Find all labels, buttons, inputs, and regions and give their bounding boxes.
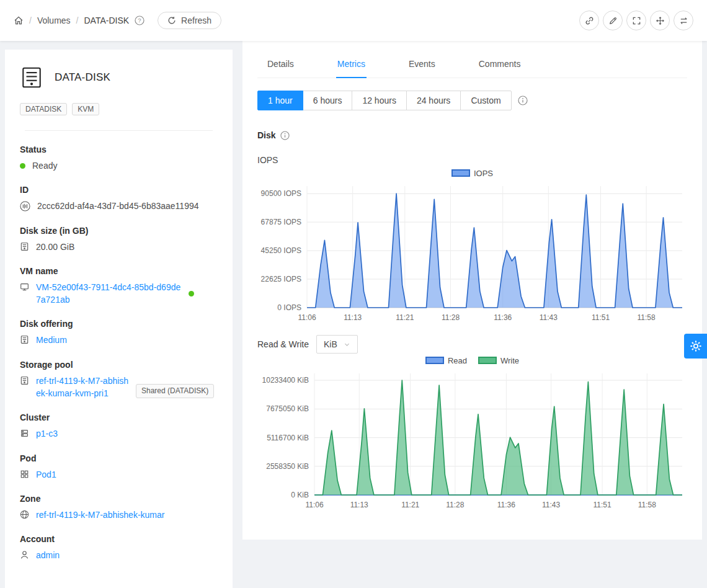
globe-icon [20,510,29,519]
copy-link-button[interactable] [579,11,599,30]
unit-select[interactable]: KiB [316,335,358,354]
svg-text:10233400 KiB: 10233400 KiB [262,376,309,385]
range-6-hours-button[interactable]: 6 hours [303,91,353,110]
settings-fab-button[interactable] [684,334,707,359]
pod-link[interactable]: Pod1 [36,468,56,481]
content-area: DATA-DISK DATADISK KVM Status Ready ID [0,41,707,588]
iops-chart-title: IOPS [257,155,687,165]
read-write-heading: Read & Write KiB [257,335,687,354]
vm-status-dot [189,291,194,296]
page-title: DATA-DISK [55,71,110,84]
field-disk-offering: Disk offering Medium [20,319,218,346]
pod-label: Pod [20,453,218,463]
disk-size-label: Disk size (in GB) [20,226,218,236]
svg-text:11:43: 11:43 [542,501,560,509]
cluster-icon [20,429,29,438]
svg-text:11:28: 11:28 [442,313,460,322]
read-write-area-chart: 0 KiB2558350 KiB5116700 KiB7675050 KiB10… [257,367,687,511]
svg-text:0 IOPS: 0 IOPS [277,303,301,312]
cluster-link[interactable]: p1-c3 [36,427,58,440]
cluster-label: Cluster [20,412,218,422]
svg-text:11:58: 11:58 [638,501,656,509]
chevron-down-icon [344,341,350,348]
storage-pool-label: Storage pool [20,360,218,370]
time-range-row: 1 hour 6 hours 12 hours 24 hours Custom [257,91,687,110]
id-label: ID [20,185,218,195]
refresh-button[interactable]: Refresh [158,12,221,29]
status-dot [20,163,25,169]
disk-icon [20,335,29,344]
breadcrumb-separator: / [76,16,79,25]
svg-text:?: ? [138,17,141,24]
edit-button[interactable] [603,11,623,30]
account-label: Account [20,534,218,544]
move-arrows-icon [656,16,665,25]
breadcrumb-separator: / [29,16,32,25]
legend-item: Read [425,356,467,365]
breadcrumb-volumes-link[interactable]: Volumes [37,16,71,25]
tag-kvm: KVM [72,103,99,115]
svg-text:11:21: 11:21 [396,313,414,322]
zone-link[interactable]: ref-trl-4119-k-M7-abhishek-kumar [36,509,164,521]
svg-text:90500 IOPS: 90500 IOPS [261,189,301,198]
tab-events[interactable]: Events [407,50,437,78]
move-button[interactable] [650,11,670,30]
swap-arrows-icon [679,16,688,25]
storage-pool-link[interactable]: ref-trl-4119-k-M7-abhishek-kumar-kvm-pri… [36,375,129,400]
tab-details[interactable]: Details [266,50,295,78]
info-icon[interactable] [518,96,528,105]
volume-icon [20,66,43,89]
vm-name-link[interactable]: VM-52e00f43-7911-4dc4-85bd-d69de7a721ab [36,281,182,306]
legend-item: IOPS [451,169,493,178]
range-custom-button[interactable]: Custom [460,91,511,110]
iops-area-chart: 0 IOPS22625 IOPS45250 IOPS67875 IOPS9050… [257,180,687,324]
breadcrumb: / Volumes / DATA-DISK ? Refresh [14,12,221,29]
field-status: Status Ready [20,145,218,172]
disk-icon [20,242,29,251]
account-link[interactable]: admin [36,549,60,561]
migrate-button[interactable] [674,11,693,30]
tab-comments[interactable]: Comments [478,50,522,78]
iops-chart-block: IOPS IOPS 0 IOPS22625 IOPS45250 IOPS6787… [257,155,687,324]
svg-text:11:36: 11:36 [494,313,512,322]
svg-text:22625 IOPS: 22625 IOPS [261,275,301,283]
refresh-label: Refresh [181,16,211,25]
refresh-icon [167,16,176,25]
home-icon[interactable] [14,16,24,25]
read-write-chart-legend: ReadWrite [257,355,687,366]
help-icon[interactable]: ? [135,16,145,25]
range-1-hour-button[interactable]: 1 hour [257,91,303,110]
svg-text:11:13: 11:13 [344,313,362,322]
disk-offering-link[interactable]: Medium [36,334,67,346]
range-12-hours-button[interactable]: 12 hours [352,91,406,110]
svg-text:11:13: 11:13 [350,501,368,509]
svg-text:11:28: 11:28 [446,501,464,509]
svg-text:11:43: 11:43 [540,313,558,322]
fullscreen-button[interactable] [626,11,646,30]
resource-header: DATA-DISK [20,65,218,89]
disk-size-value: 20.00 GiB [36,241,74,253]
svg-text:5116700 KiB: 5116700 KiB [267,434,309,442]
vm-name-label: VM name [20,266,218,276]
svg-text:0 KiB: 0 KiB [291,491,309,499]
zone-label: Zone [20,494,218,504]
disk-offering-label: Disk offering [20,319,218,329]
field-account: Account admin [20,534,218,561]
svg-text:11:36: 11:36 [497,501,515,509]
read-write-title: Read & Write [257,339,309,349]
field-storage-pool: Storage pool ref-trl-4119-k-M7-abhishek-… [20,360,218,400]
fullscreen-icon [632,16,641,25]
id-value: 2ccc62dd-af4a-43d7-bd45-6b83aae11994 [37,200,199,212]
range-24-hours-button[interactable]: 24 hours [406,91,461,110]
svg-text:67875 IOPS: 67875 IOPS [261,218,301,226]
iops-chart-legend: IOPS [257,167,687,179]
disk-section-title: Disk [257,130,276,140]
tab-bar: Details Metrics Events Comments [257,50,687,78]
unit-select-value: KiB [324,339,337,349]
info-icon[interactable] [280,131,290,140]
divider [25,130,213,131]
barcode-icon [20,201,30,212]
legend-item: Write [478,356,519,365]
tab-metrics[interactable]: Metrics [336,50,367,78]
header-actions [579,11,693,30]
